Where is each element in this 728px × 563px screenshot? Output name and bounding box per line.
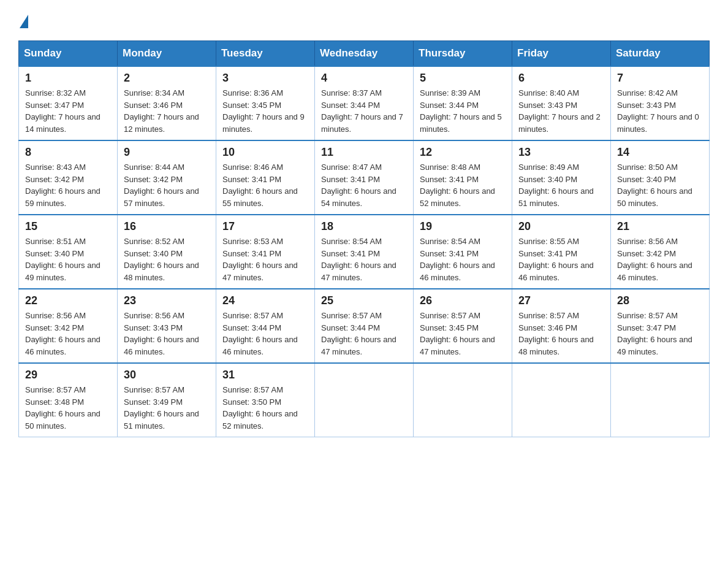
calendar-cell: 12 Sunrise: 8:48 AMSunset: 3:41 PMDaylig…: [414, 140, 512, 215]
calendar-cell: [512, 363, 611, 437]
calendar-table: SundayMondayTuesdayWednesdayThursdayFrid…: [18, 40, 710, 437]
weekday-header-saturday: Saturday: [611, 41, 710, 67]
day-info: Sunrise: 8:43 AMSunset: 3:42 PMDaylight:…: [25, 163, 100, 208]
calendar-cell: 10 Sunrise: 8:46 AMSunset: 3:41 PMDaylig…: [216, 140, 315, 215]
day-number: 6: [518, 72, 604, 85]
day-info: Sunrise: 8:53 AMSunset: 3:41 PMDaylight:…: [222, 237, 298, 282]
calendar-cell: 5 Sunrise: 8:39 AMSunset: 3:44 PMDayligh…: [414, 66, 512, 140]
day-number: 10: [222, 146, 308, 159]
calendar-cell: 16 Sunrise: 8:52 AMSunset: 3:40 PMDaylig…: [118, 215, 216, 289]
day-info: Sunrise: 8:57 AMSunset: 3:45 PMDaylight:…: [420, 311, 495, 356]
day-number: 4: [321, 72, 407, 85]
logo: [18, 12, 28, 28]
day-number: 24: [222, 294, 308, 307]
day-number: 15: [25, 220, 111, 233]
day-number: 23: [124, 294, 210, 307]
day-number: 28: [617, 294, 703, 307]
calendar-body: 1 Sunrise: 8:32 AMSunset: 3:47 PMDayligh…: [19, 66, 710, 437]
day-info: Sunrise: 8:40 AMSunset: 3:43 PMDaylight:…: [518, 88, 601, 134]
calendar-week-row: 1 Sunrise: 8:32 AMSunset: 3:47 PMDayligh…: [19, 66, 710, 140]
day-info: Sunrise: 8:37 AMSunset: 3:44 PMDaylight:…: [321, 88, 403, 134]
day-info: Sunrise: 8:57 AMSunset: 3:47 PMDaylight:…: [617, 311, 692, 356]
calendar-cell: 31 Sunrise: 8:57 AMSunset: 3:50 PMDaylig…: [216, 363, 315, 437]
day-info: Sunrise: 8:42 AMSunset: 3:43 PMDaylight:…: [617, 88, 699, 134]
calendar-cell: 8 Sunrise: 8:43 AMSunset: 3:42 PMDayligh…: [19, 140, 118, 215]
calendar-cell: 6 Sunrise: 8:40 AMSunset: 3:43 PMDayligh…: [512, 66, 611, 140]
day-number: 8: [25, 146, 111, 159]
day-number: 16: [124, 220, 210, 233]
day-info: Sunrise: 8:57 AMSunset: 3:49 PMDaylight:…: [124, 385, 199, 431]
calendar-cell: 17 Sunrise: 8:53 AMSunset: 3:41 PMDaylig…: [216, 215, 315, 289]
day-info: Sunrise: 8:54 AMSunset: 3:41 PMDaylight:…: [321, 237, 396, 282]
day-number: 22: [25, 294, 111, 307]
day-number: 1: [25, 72, 111, 85]
calendar-cell: [315, 363, 414, 437]
calendar-cell: 28 Sunrise: 8:57 AMSunset: 3:47 PMDaylig…: [611, 289, 710, 363]
calendar-cell: 27 Sunrise: 8:57 AMSunset: 3:46 PMDaylig…: [512, 289, 611, 363]
weekday-header-row: SundayMondayTuesdayWednesdayThursdayFrid…: [19, 41, 710, 67]
day-info: Sunrise: 8:54 AMSunset: 3:41 PMDaylight:…: [420, 237, 495, 282]
day-number: 19: [420, 220, 506, 233]
weekday-header-wednesday: Wednesday: [315, 41, 414, 67]
calendar-cell: 29 Sunrise: 8:57 AMSunset: 3:48 PMDaylig…: [19, 363, 118, 437]
calendar-week-row: 29 Sunrise: 8:57 AMSunset: 3:48 PMDaylig…: [19, 363, 710, 437]
calendar-cell: 26 Sunrise: 8:57 AMSunset: 3:45 PMDaylig…: [414, 289, 512, 363]
day-number: 27: [518, 294, 604, 307]
calendar-cell: 18 Sunrise: 8:54 AMSunset: 3:41 PMDaylig…: [315, 215, 414, 289]
calendar-cell: 30 Sunrise: 8:57 AMSunset: 3:49 PMDaylig…: [118, 363, 216, 437]
calendar-cell: 9 Sunrise: 8:44 AMSunset: 3:42 PMDayligh…: [118, 140, 216, 215]
weekday-header-thursday: Thursday: [414, 41, 512, 67]
logo-triangle-icon: [20, 15, 28, 28]
day-info: Sunrise: 8:44 AMSunset: 3:42 PMDaylight:…: [124, 163, 199, 208]
day-info: Sunrise: 8:34 AMSunset: 3:46 PMDaylight:…: [124, 88, 199, 134]
day-info: Sunrise: 8:57 AMSunset: 3:44 PMDaylight:…: [222, 311, 298, 356]
day-number: 3: [222, 72, 308, 85]
calendar-cell: [611, 363, 710, 437]
day-number: 30: [124, 369, 210, 381]
day-info: Sunrise: 8:56 AMSunset: 3:42 PMDaylight:…: [25, 311, 100, 356]
calendar-cell: 24 Sunrise: 8:57 AMSunset: 3:44 PMDaylig…: [216, 289, 315, 363]
day-number: 14: [617, 146, 703, 159]
day-number: 2: [124, 72, 210, 85]
day-info: Sunrise: 8:50 AMSunset: 3:40 PMDaylight:…: [617, 163, 692, 208]
day-info: Sunrise: 8:56 AMSunset: 3:42 PMDaylight:…: [617, 237, 692, 282]
day-info: Sunrise: 8:55 AMSunset: 3:41 PMDaylight:…: [518, 237, 594, 282]
day-info: Sunrise: 8:36 AMSunset: 3:45 PMDaylight:…: [222, 88, 305, 134]
calendar-cell: 20 Sunrise: 8:55 AMSunset: 3:41 PMDaylig…: [512, 215, 611, 289]
calendar-header: SundayMondayTuesdayWednesdayThursdayFrid…: [19, 41, 710, 67]
calendar-cell: 19 Sunrise: 8:54 AMSunset: 3:41 PMDaylig…: [414, 215, 512, 289]
day-number: 12: [420, 146, 506, 159]
day-number: 26: [420, 294, 506, 307]
day-number: 21: [617, 220, 703, 233]
day-info: Sunrise: 8:57 AMSunset: 3:48 PMDaylight:…: [25, 385, 100, 431]
day-number: 9: [124, 146, 210, 159]
calendar-cell: 7 Sunrise: 8:42 AMSunset: 3:43 PMDayligh…: [611, 66, 710, 140]
weekday-header-friday: Friday: [512, 41, 611, 67]
calendar-cell: 4 Sunrise: 8:37 AMSunset: 3:44 PMDayligh…: [315, 66, 414, 140]
day-number: 29: [25, 369, 111, 381]
day-info: Sunrise: 8:57 AMSunset: 3:46 PMDaylight:…: [518, 311, 594, 356]
day-info: Sunrise: 8:57 AMSunset: 3:50 PMDaylight:…: [222, 385, 298, 431]
day-info: Sunrise: 8:46 AMSunset: 3:41 PMDaylight:…: [222, 163, 298, 208]
day-number: 31: [222, 369, 308, 381]
calendar-week-row: 15 Sunrise: 8:51 AMSunset: 3:40 PMDaylig…: [19, 215, 710, 289]
calendar-cell: 21 Sunrise: 8:56 AMSunset: 3:42 PMDaylig…: [611, 215, 710, 289]
weekday-header-tuesday: Tuesday: [216, 41, 315, 67]
calendar-week-row: 8 Sunrise: 8:43 AMSunset: 3:42 PMDayligh…: [19, 140, 710, 215]
day-info: Sunrise: 8:47 AMSunset: 3:41 PMDaylight:…: [321, 163, 396, 208]
day-number: 18: [321, 220, 407, 233]
day-number: 7: [617, 72, 703, 85]
day-info: Sunrise: 8:52 AMSunset: 3:40 PMDaylight:…: [124, 237, 199, 282]
calendar-cell: 14 Sunrise: 8:50 AMSunset: 3:40 PMDaylig…: [611, 140, 710, 215]
day-number: 17: [222, 220, 308, 233]
day-number: 25: [321, 294, 407, 307]
day-info: Sunrise: 8:32 AMSunset: 3:47 PMDaylight:…: [25, 88, 100, 134]
day-info: Sunrise: 8:39 AMSunset: 3:44 PMDaylight:…: [420, 88, 502, 134]
calendar-cell: 25 Sunrise: 8:57 AMSunset: 3:44 PMDaylig…: [315, 289, 414, 363]
day-number: 5: [420, 72, 506, 85]
calendar-cell: 3 Sunrise: 8:36 AMSunset: 3:45 PMDayligh…: [216, 66, 315, 140]
calendar-cell: 1 Sunrise: 8:32 AMSunset: 3:47 PMDayligh…: [19, 66, 118, 140]
calendar-cell: 13 Sunrise: 8:49 AMSunset: 3:40 PMDaylig…: [512, 140, 611, 215]
day-info: Sunrise: 8:48 AMSunset: 3:41 PMDaylight:…: [420, 163, 495, 208]
calendar-cell: 22 Sunrise: 8:56 AMSunset: 3:42 PMDaylig…: [19, 289, 118, 363]
